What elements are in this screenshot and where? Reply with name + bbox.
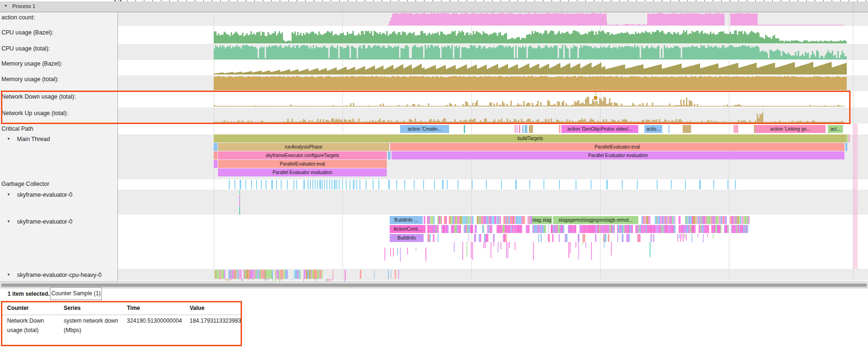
slice[interactable]: stagagemotstagjegonstagb.remot... — [553, 216, 638, 224]
horizontal-scrollbar[interactable] — [0, 282, 868, 288]
slice[interactable]: ActionConti... — [390, 225, 426, 233]
slice[interactable]: skyframeExecutor.configureTargets — [218, 151, 387, 159]
slice-tick[interactable] — [849, 134, 850, 142]
slice-tick[interactable] — [522, 125, 524, 133]
slice-tick[interactable] — [525, 125, 527, 133]
slice-tick[interactable] — [464, 125, 465, 133]
slice[interactable]: stag.stag... — [532, 216, 552, 224]
cell-series: system network down (Mbps) — [59, 316, 122, 335]
table-row: Network Down usage (total)system network… — [2, 316, 241, 335]
col-counter: Counter — [2, 302, 59, 314]
slice[interactable]: runAnalysisPhase — [218, 143, 389, 151]
slice[interactable]: actio... — [644, 125, 662, 133]
col-series: Series — [59, 302, 122, 314]
table-header: CounterSeriesTimeValue — [2, 302, 241, 315]
counter-sample-table: CounterSeriesTimeValue Network Down usag… — [1, 301, 242, 346]
cell-value: 184.1793113323983 — [185, 316, 234, 325]
selection-status: 1 item selected. — [8, 291, 50, 297]
slice-tick[interactable] — [668, 125, 669, 133]
slice-tick[interactable] — [559, 125, 560, 133]
trace-viewer: ▾ Process 1 action count:CPU usage (Baze… — [0, 0, 868, 350]
slice-tick[interactable] — [214, 151, 217, 159]
col-time: Time — [122, 302, 185, 314]
slice-tick[interactable] — [734, 125, 738, 133]
slice-tick[interactable] — [214, 160, 217, 168]
slice[interactable]: Parallel Evaluator evaluation — [218, 168, 387, 176]
tab-counter-sample[interactable]: Counter Sample (1) — [50, 287, 102, 300]
slice[interactable]: ParallelEvaluator.eval — [390, 143, 844, 151]
slice-tick[interactable] — [683, 125, 691, 133]
cell-counter: Network Down usage (total) — [2, 316, 59, 335]
slice-tick[interactable] — [388, 151, 391, 159]
slice[interactable]: act... — [828, 125, 843, 133]
slice-tick[interactable] — [529, 125, 533, 133]
slice[interactable]: action 'GenObjcProtos video/... — [561, 125, 638, 133]
slice[interactable]: action 'Creatin... — [400, 125, 449, 133]
slice[interactable]: BuildInfo ... — [390, 216, 423, 224]
slice-tick[interactable] — [847, 134, 848, 142]
slice-tick[interactable] — [845, 143, 847, 151]
col-value: Value — [185, 302, 234, 314]
slice-tick[interactable] — [515, 125, 516, 133]
slice[interactable]: buildTargets — [214, 134, 847, 142]
slice-tick[interactable] — [517, 125, 517, 133]
slice[interactable]: BuildInfo — [390, 234, 424, 242]
timeline-tracks[interactable]: action count:CPU usage (Bazel):CPU usage… — [0, 0, 868, 282]
slice-tick[interactable] — [519, 125, 520, 133]
scrollbar-thumb[interactable] — [1, 283, 867, 287]
selected-sample-marker[interactable] — [594, 96, 597, 100]
slice-tick[interactable] — [214, 143, 217, 151]
slice[interactable]: ParallelEvaluator.eval — [218, 160, 387, 168]
slice[interactable]: Parallel Evaluator evaluation — [392, 151, 844, 159]
slice[interactable]: action 'Linking go... — [755, 125, 826, 133]
cell-time: 324190.51300000004 — [122, 316, 185, 325]
